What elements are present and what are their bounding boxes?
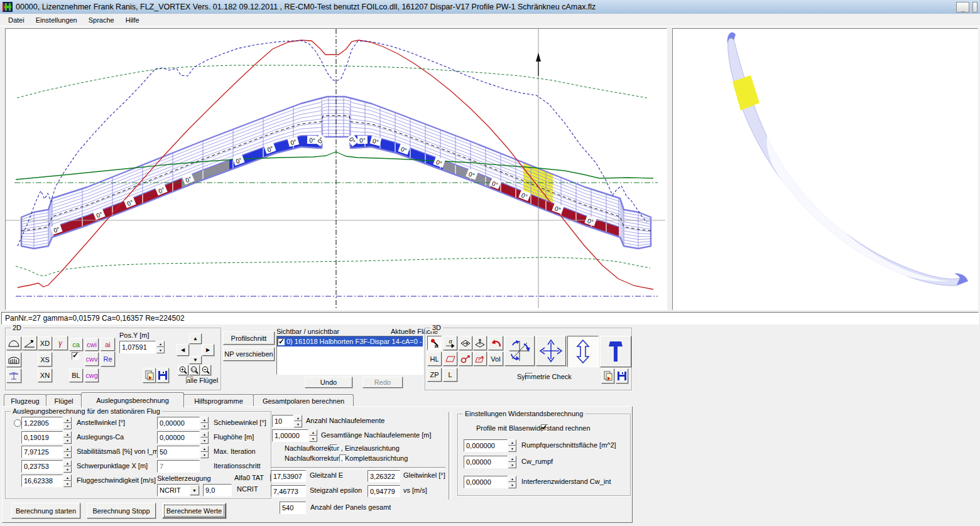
surface-item-checkbox[interactable] bbox=[278, 338, 285, 345]
nachlauf-laenge-spinner[interactable]: ▲▼ bbox=[309, 429, 317, 442]
minimize-button[interactable]: _ bbox=[956, 2, 969, 13]
ca-button[interactable]: ca bbox=[69, 338, 83, 351]
pan-right-button[interactable]: ▶ bbox=[202, 344, 214, 356]
schiebewinkel-spinner[interactable]: ▲▼ bbox=[200, 417, 209, 429]
zoom-out-button[interactable] bbox=[200, 365, 211, 375]
move-3d-button[interactable] bbox=[536, 336, 566, 366]
pan-up-button[interactable]: ▲ bbox=[189, 333, 202, 344]
cw-rumpf-input[interactable] bbox=[464, 456, 508, 468]
posy-spinner[interactable]: ▲▼ bbox=[156, 341, 165, 353]
pan-left-button[interactable]: ◀ bbox=[177, 344, 189, 356]
panel-move-button[interactable] bbox=[473, 352, 487, 366]
cwg-button[interactable]: cwg bbox=[85, 368, 99, 382]
xd-button[interactable]: XD bbox=[38, 336, 52, 350]
panel-diamond-button[interactable] bbox=[459, 336, 472, 350]
surface-listbox[interactable]: 0) 161018 Halbhorten F3F-Dispar 14-cA=0 … bbox=[276, 336, 423, 375]
auslegungs-ca-input[interactable] bbox=[21, 431, 63, 444]
hangar-view-button[interactable] bbox=[6, 352, 21, 367]
vol-button[interactable]: Vol bbox=[488, 352, 503, 366]
surface-list-item[interactable]: 0) 161018 Halbhorten F3F-Dispar 14-cA=0 … bbox=[277, 336, 423, 346]
gleitwinkel-input[interactable] bbox=[368, 470, 400, 482]
np-verschieben-button[interactable]: NP verschieben bbox=[223, 347, 275, 361]
anstellwinkel-spinner[interactable]: ▲▼ bbox=[63, 417, 72, 429]
cw-int-spinner[interactable]: ▲▼ bbox=[508, 476, 516, 488]
hl-button[interactable]: HL bbox=[427, 352, 442, 366]
posy-input[interactable] bbox=[119, 341, 156, 353]
radio-anstellwinkel[interactable] bbox=[14, 419, 21, 427]
max-iteration-input[interactable] bbox=[157, 446, 200, 458]
xn-button[interactable]: XN bbox=[38, 368, 52, 382]
panel-flat-button[interactable] bbox=[443, 352, 457, 366]
pan-down-button[interactable]: ▼ bbox=[189, 356, 202, 364]
zoom-in-button[interactable] bbox=[178, 365, 188, 375]
planform-view[interactable]: 0°0°0°0°0°0°0°0°0°0°0°0°0°0°0°0°0°0°0°0° bbox=[5, 28, 667, 310]
tab-gesamtpolaren[interactable]: Gesamtpolaren berechnen bbox=[253, 394, 354, 407]
parasol-view-button[interactable] bbox=[6, 368, 21, 383]
schwerpunkt-spinner[interactable]: ▲▼ bbox=[63, 460, 72, 473]
anstellwinkel-input[interactable] bbox=[21, 417, 63, 429]
tab-fluegel[interactable]: Flügel bbox=[46, 394, 82, 407]
ncrit-value-input[interactable] bbox=[203, 484, 232, 496]
flughoehe-spinner[interactable]: ▲▼ bbox=[200, 431, 209, 444]
menu-hilfe[interactable]: Hilfe bbox=[120, 15, 145, 25]
menu-datei[interactable]: Datei bbox=[3, 15, 30, 25]
panels-input[interactable] bbox=[280, 502, 306, 514]
xs-button[interactable]: XS bbox=[38, 352, 52, 367]
save-2d-button[interactable] bbox=[156, 368, 169, 383]
flughoehe-input[interactable] bbox=[157, 431, 200, 444]
save-3d-button[interactable] bbox=[616, 368, 628, 384]
undo-3d-button[interactable] bbox=[488, 336, 503, 350]
redo-button[interactable]: Redo bbox=[362, 377, 403, 388]
rotate-3d-button[interactable] bbox=[504, 336, 535, 366]
cw-int-input[interactable] bbox=[464, 476, 508, 488]
cwv-button[interactable]: cwv bbox=[85, 352, 99, 366]
schiebewinkel-input[interactable] bbox=[157, 417, 200, 429]
zp-button[interactable]: ZP bbox=[427, 368, 442, 382]
auslegungs-ca-spinner[interactable]: ▲▼ bbox=[63, 431, 72, 444]
stabilitaet-spinner[interactable]: ▲▼ bbox=[63, 446, 72, 458]
nachlauf-laenge-input[interactable] bbox=[272, 429, 308, 442]
ncrit-select[interactable]: NCRIT ▼ bbox=[157, 484, 200, 496]
cwi-button[interactable]: cwi bbox=[85, 338, 99, 351]
gleitzahl-input[interactable] bbox=[271, 470, 306, 482]
vertical-move-button[interactable] bbox=[567, 336, 599, 367]
copy-2d-button[interactable] bbox=[143, 368, 156, 383]
nachlauf-anzahl-input[interactable] bbox=[272, 415, 293, 427]
panel-normal-button[interactable] bbox=[473, 336, 487, 350]
chevron-down-icon[interactable]: ▼ bbox=[190, 485, 199, 495]
menu-einstellungen[interactable]: Einstellungen bbox=[30, 15, 83, 25]
alpha-flow-button[interactable]: α bbox=[443, 336, 457, 350]
menu-sprache[interactable]: Sprache bbox=[83, 15, 120, 25]
canopy-view-button[interactable] bbox=[6, 336, 21, 350]
tab-hilfsprogram[interactable]: Hilfsprogramme bbox=[183, 394, 254, 407]
angle-view-button[interactable] bbox=[22, 336, 37, 350]
tab-flugzeug[interactable]: Flugzeug bbox=[4, 394, 46, 407]
zoom-one-button[interactable]: 1:1 bbox=[189, 365, 200, 375]
berechnete-werte-button[interactable]: Berechnete Werte bbox=[162, 503, 226, 518]
cw-rumpf-spinner[interactable]: ▲▼ bbox=[508, 456, 516, 468]
bl-button[interactable]: BL bbox=[69, 368, 83, 382]
berechnung-stopp-button[interactable]: Berechnung Stopp bbox=[87, 503, 156, 518]
tab-auslegungsberechnung[interactable]: Auslegungsberechnung bbox=[81, 392, 184, 407]
fluggeschwindigkeit-input[interactable] bbox=[21, 475, 63, 487]
rumpfquerschnitt-spinner[interactable]: ▲▼ bbox=[508, 439, 516, 452]
panel-paint-button[interactable] bbox=[427, 336, 442, 350]
max-iteration-spinner[interactable]: ▲▼ bbox=[200, 446, 209, 458]
re-button[interactable]: Re bbox=[101, 352, 115, 367]
hammer-button[interactable] bbox=[600, 336, 631, 367]
undo-button[interactable]: Undo bbox=[305, 377, 352, 388]
profilschnitt-button[interactable]: Profilschnitt bbox=[223, 331, 275, 345]
copy-3d-button[interactable] bbox=[601, 368, 614, 384]
steigzahl-input[interactable] bbox=[271, 485, 306, 497]
ca-checkbox[interactable] bbox=[72, 352, 79, 360]
maximize-button-partial[interactable] bbox=[972, 2, 977, 13]
iso-3d-view[interactable] bbox=[672, 28, 978, 310]
nachlauf-anzahl-spinner[interactable]: ▲▼ bbox=[294, 415, 302, 427]
ai-button[interactable]: ai bbox=[101, 338, 115, 351]
schwerpunkt-input[interactable] bbox=[21, 460, 63, 473]
l-button[interactable]: L bbox=[443, 368, 457, 382]
rumpfquerschnitt-input[interactable] bbox=[464, 439, 508, 452]
screw-button[interactable] bbox=[459, 352, 472, 366]
vs-input[interactable] bbox=[368, 485, 400, 497]
gamma-button[interactable]: γ bbox=[53, 336, 68, 350]
